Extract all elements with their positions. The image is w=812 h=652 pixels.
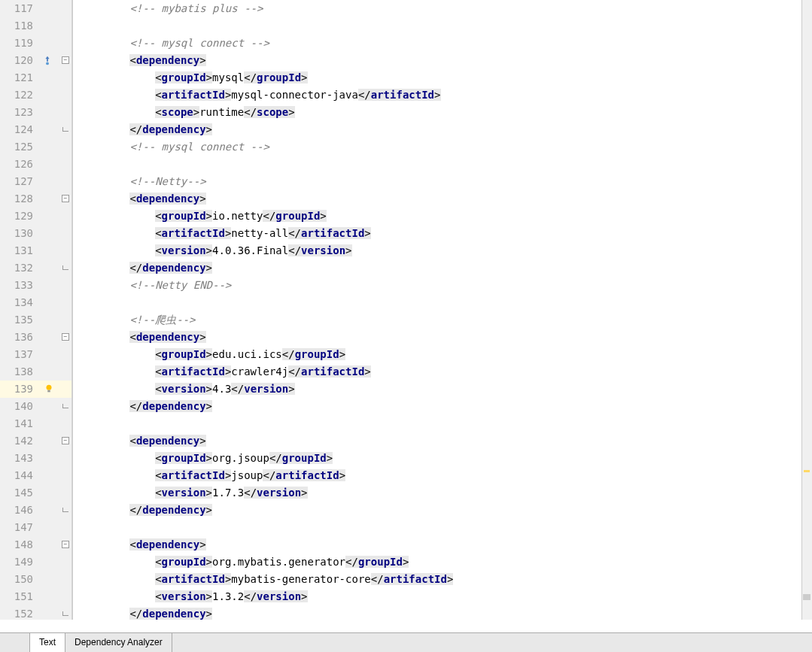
code-editor: 117 118 119 120 − 121 122 1 [0, 0, 812, 620]
code-line[interactable]: <groupId>org.mybatis.generator</groupId> [73, 553, 812, 571]
line-number: 123 [0, 104, 39, 121]
fold-cell [60, 69, 72, 86]
svg-point-1 [47, 385, 52, 390]
line-number: 129 [0, 208, 39, 225]
gutter-icon-cell [39, 190, 60, 208]
code-line[interactable]: <!-- mysql connect --> [73, 35, 812, 52]
line-number: 124 [0, 121, 39, 138]
code-line[interactable]: <dependency> [73, 432, 812, 450]
code-line[interactable]: <dependency> [73, 329, 812, 346]
line-number: 138 [0, 363, 39, 381]
code-line[interactable]: <artifactId>jsoup</artifactId> [73, 467, 812, 484]
line-number: 133 [0, 277, 39, 294]
line-number: 131 [0, 242, 39, 259]
code-line[interactable]: <version>1.7.3</version> [73, 484, 812, 502]
gutter-icon-cell [39, 242, 60, 259]
code-line[interactable]: <groupId>edu.uci.ics</groupId> [73, 346, 812, 363]
gutter-row: 148 − [0, 536, 72, 553]
fold-cell [60, 346, 72, 363]
code-line[interactable] [73, 415, 812, 432]
fold-end-icon [62, 127, 68, 132]
line-number: 151 [0, 588, 39, 605]
gutter-icon-cell [39, 450, 60, 467]
fold-cell [60, 415, 72, 432]
gutter-row: 132 [0, 259, 72, 277]
code-line[interactable]: </dependency> [73, 121, 812, 138]
code-line[interactable] [73, 519, 812, 536]
gutter-icon-cell [39, 519, 60, 536]
code-line[interactable]: <groupId>org.jsoup</groupId> [73, 450, 812, 467]
code-line[interactable]: <version>4.3</version> [73, 381, 812, 398]
code-line[interactable]: <!-- mybatis plus --> [73, 0, 812, 17]
line-number: 135 [0, 311, 39, 329]
gutter-icon-cell [39, 277, 60, 294]
fold-cell [60, 571, 72, 588]
gutter-icon-cell [39, 398, 60, 415]
code-line[interactable] [73, 156, 812, 173]
gutter-row: 138 [0, 363, 72, 381]
line-number: 136 [0, 329, 39, 346]
line-number: 149 [0, 553, 39, 571]
gutter-icon-cell [39, 86, 60, 104]
fold-cell: − [60, 329, 72, 346]
override-up-icon[interactable] [42, 55, 53, 65]
fold-toggle-icon[interactable]: − [62, 541, 69, 548]
line-number: 125 [0, 138, 39, 156]
code-area[interactable]: <!-- mybatis plus --> <!-- mysql connect… [73, 0, 812, 620]
fold-cell [60, 450, 72, 467]
fold-end-icon [62, 611, 68, 616]
fold-cell [60, 138, 72, 156]
code-line[interactable]: <artifactId>netty-all</artifactId> [73, 225, 812, 242]
gutter-icon-cell [39, 502, 60, 519]
code-line[interactable]: <!--爬虫--> [73, 311, 812, 329]
code-line[interactable]: <dependency> [73, 52, 812, 69]
code-line[interactable] [73, 294, 812, 311]
code-line[interactable]: <groupId>mysql</groupId> [73, 69, 812, 86]
code-line[interactable]: <!-- mysql connect --> [73, 138, 812, 156]
code-line[interactable]: <groupId>io.netty</groupId> [73, 208, 812, 225]
line-number: 145 [0, 484, 39, 502]
gutter-row: 147 [0, 519, 72, 536]
gutter-icon-cell [39, 69, 60, 86]
code-line[interactable]: <artifactId>crawler4j</artifactId> [73, 363, 812, 381]
fold-cell [60, 467, 72, 484]
gutter-row: 134 [0, 294, 72, 311]
gutter-icon-cell [39, 225, 60, 242]
fold-end-icon [62, 404, 68, 408]
gutter-icon-cell [39, 121, 60, 138]
code-line[interactable]: </dependency> [73, 259, 812, 277]
line-number: 142 [0, 432, 39, 450]
gutter-row: 119 [0, 35, 72, 52]
gutter-icon-cell [39, 104, 60, 121]
code-line[interactable]: </dependency> [73, 398, 812, 415]
fold-toggle-icon[interactable]: − [62, 56, 69, 64]
fold-cell [60, 225, 72, 242]
fold-toggle-icon[interactable]: − [62, 333, 69, 341]
code-line[interactable]: <dependency> [73, 190, 812, 208]
fold-toggle-icon[interactable]: − [62, 195, 69, 202]
line-number: 146 [0, 502, 39, 519]
fold-cell [60, 484, 72, 502]
scrollbar[interactable] [801, 0, 812, 620]
code-line[interactable]: <dependency> [73, 536, 812, 553]
code-line[interactable]: </dependency> [73, 502, 812, 519]
fold-cell [60, 381, 72, 398]
code-line[interactable]: <version>1.3.2</version> [73, 588, 812, 605]
fold-toggle-icon[interactable]: − [62, 437, 69, 444]
fold-cell: − [60, 536, 72, 553]
gutter-icon-cell [39, 0, 60, 17]
line-number: 128 [0, 190, 39, 208]
line-number: 147 [0, 519, 39, 536]
code-line[interactable]: <!--Netty END--> [73, 277, 812, 294]
intention-bulb-icon[interactable] [44, 384, 54, 394]
line-number: 130 [0, 225, 39, 242]
code-line[interactable]: <!--Netty--> [73, 173, 812, 190]
code-line[interactable]: </dependency> [73, 605, 812, 620]
code-line[interactable]: <version>4.0.36.Final</version> [73, 242, 812, 259]
code-line[interactable]: <artifactId>mysql-connector-java</artifa… [73, 86, 812, 104]
code-line[interactable] [73, 17, 812, 35]
code-line[interactable]: <artifactId>mybatis-generator-core</arti… [73, 571, 812, 588]
code-line[interactable]: <scope>runtime</scope> [73, 104, 812, 121]
fold-end-icon [62, 265, 68, 270]
line-number: 152 [0, 605, 39, 620]
